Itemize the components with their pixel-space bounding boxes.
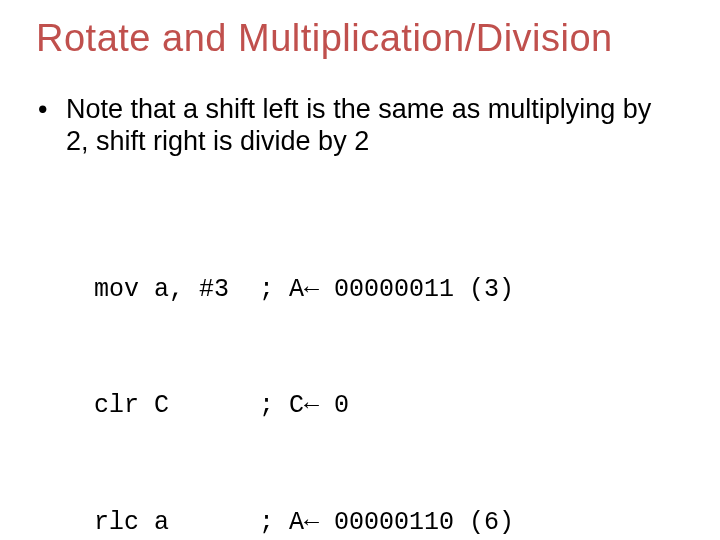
code-bin: 0 — [334, 387, 469, 426]
bullet-text: Note that a shift left is the same as mu… — [66, 94, 674, 158]
code-op: mov — [94, 271, 154, 310]
left-arrow-icon: ← — [304, 387, 334, 426]
code-op: rlc — [94, 504, 154, 540]
code-dec: (6) — [469, 504, 514, 540]
code-line: clr C ; C ← 0 — [94, 387, 684, 426]
code-dec: (3) — [469, 271, 514, 310]
bullet-marker: • — [38, 94, 66, 158]
code-arg: a, #3 — [154, 271, 259, 310]
code-op: clr — [94, 387, 154, 426]
code-bin: 00000110 — [334, 504, 469, 540]
code-semi: ; — [259, 271, 289, 310]
code-line: rlc a ; A ← 00000110 (6) — [94, 504, 684, 540]
left-arrow-icon: ← — [304, 504, 334, 540]
code-reg: A — [289, 271, 304, 310]
bullet-item: • Note that a shift left is the same as … — [38, 94, 674, 158]
code-arg: a — [154, 504, 259, 540]
code-arg: C — [154, 387, 259, 426]
left-arrow-icon: ← — [304, 271, 334, 310]
code-block: mov a, #3 ; A ← 00000011 (3) clr C ; C ←… — [94, 194, 684, 540]
code-line: mov a, #3 ; A ← 00000011 (3) — [94, 271, 684, 310]
code-reg: A — [289, 504, 304, 540]
slide-title: Rotate and Multiplication/Division — [36, 18, 684, 60]
code-semi: ; — [259, 504, 289, 540]
code-bin: 00000011 — [334, 271, 469, 310]
code-reg: C — [289, 387, 304, 426]
body-text: • Note that a shift left is the same as … — [36, 94, 684, 158]
code-semi: ; — [259, 387, 289, 426]
